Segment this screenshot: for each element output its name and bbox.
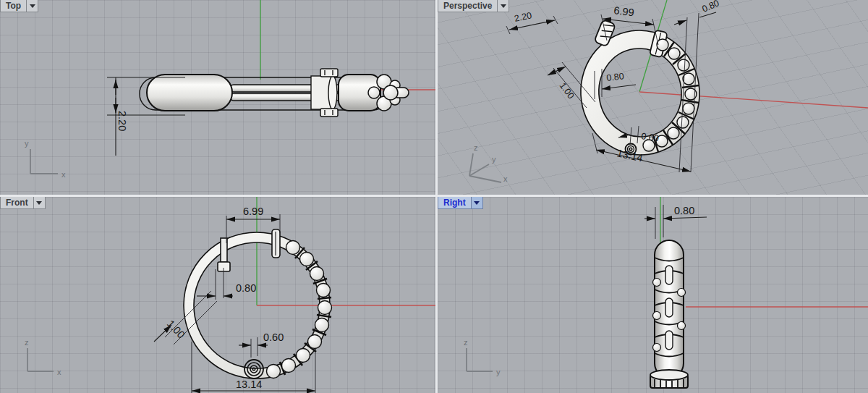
- viewport-title-right[interactable]: Right: [438, 197, 472, 209]
- gizmo-y-label: y: [496, 368, 501, 376]
- gizmo-z-label: z: [464, 338, 468, 347]
- right-view-canvas[interactable]: 0.80 z y: [438, 197, 868, 393]
- dim-label-tube: 0.80: [674, 205, 694, 216]
- dim-label-tube: 0.80: [236, 282, 256, 294]
- ring-model-front-view[interactable]: [184, 229, 332, 379]
- dimensions-right: 0.80: [644, 205, 707, 239]
- ring-model-right-view[interactable]: [650, 240, 688, 388]
- gizmo-y-label: y: [492, 155, 496, 164]
- viewport-right[interactable]: 0.80 z y Right: [438, 197, 868, 393]
- dim-label-height: 2.20: [116, 111, 128, 131]
- viewport-perspective[interactable]: 2.20 6.99 0.80 0.80 1.00: [438, 0, 868, 195]
- gizmo-x-label: x: [61, 170, 66, 179]
- viewport-tab-right[interactable]: Right: [438, 197, 483, 209]
- dim-label-pin: 0.80: [701, 0, 721, 14]
- gizmo-z-label: z: [474, 143, 478, 152]
- axis-gizmo-front: z x: [25, 338, 61, 376]
- viewport-menu-button-front[interactable]: [34, 197, 46, 209]
- viewport-title-front[interactable]: Front: [0, 197, 34, 209]
- chevron-down-icon: [36, 201, 42, 205]
- dim-label-width: 6.99: [613, 4, 635, 18]
- rhino-four-viewport-workspace: 2.20 y x Top: [0, 0, 868, 393]
- dim-label-width: 6.99: [243, 206, 263, 217]
- chevron-down-icon: [30, 4, 35, 8]
- viewport-tab-top[interactable]: Top: [0, 0, 38, 12]
- gizmo-z-label: z: [25, 338, 29, 347]
- viewport-menu-button-right[interactable]: [472, 197, 483, 209]
- axis-gizmo-top: y x: [25, 139, 66, 179]
- beads: [267, 241, 332, 379]
- chevron-down-icon: [501, 4, 506, 8]
- viewport-front[interactable]: 6.99 0.80 1.00 0.60 13.14: [0, 197, 435, 393]
- viewport-title-top[interactable]: Top: [0, 0, 27, 12]
- gizmo-y-label: y: [25, 139, 29, 148]
- top-view-canvas[interactable]: 2.20 y x: [0, 0, 435, 195]
- viewport-tab-perspective[interactable]: Perspective: [438, 0, 509, 12]
- gizmo-x-label: x: [503, 174, 508, 183]
- viewport-menu-button-top[interactable]: [27, 0, 38, 12]
- dim-label-diameter: 13.14: [236, 379, 262, 390]
- viewport-top[interactable]: 2.20 y x Top: [0, 0, 435, 195]
- dim-label-gem: 0.60: [263, 331, 284, 343]
- gizmo-x-label: x: [57, 368, 61, 376]
- viewport-tab-front[interactable]: Front: [0, 197, 46, 209]
- ring-model-top-view[interactable]: [140, 69, 409, 117]
- dim-label-tube: 0.80: [606, 71, 625, 83]
- dim-label-bead: 1.00: [558, 80, 576, 101]
- perspective-view-canvas[interactable]: 2.20 6.99 0.80 0.80 1.00: [438, 0, 868, 195]
- viewport-menu-button-perspective[interactable]: [498, 0, 509, 12]
- dim-label-bead: 1.00: [165, 318, 187, 341]
- dim-label-depth: 2.20: [514, 10, 533, 24]
- viewport-title-perspective[interactable]: Perspective: [438, 0, 498, 12]
- chevron-down-icon: [474, 201, 480, 205]
- x-axis-line: [639, 92, 868, 108]
- front-view-canvas[interactable]: 6.99 0.80 1.00 0.60 13.14: [0, 197, 435, 393]
- axis-gizmo-right: z y: [464, 338, 501, 376]
- axis-gizmo-perspective: z y x: [469, 143, 508, 183]
